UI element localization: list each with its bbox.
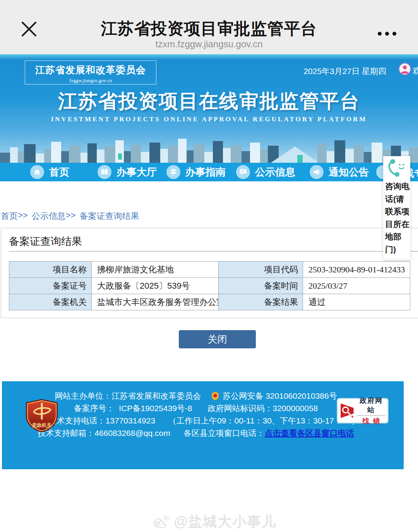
field-label: 备案证号	[9, 278, 92, 294]
nav-item-service-hall[interactable]: 办事大厅	[98, 163, 157, 181]
result-table: 项目名称 拂柳岸旅游文化基地 项目代码 2503-320904-89-01-41…	[9, 261, 410, 310]
home-icon	[30, 165, 44, 179]
field-label: 备案机关	[9, 294, 92, 310]
field-label: 备案结果	[219, 294, 303, 310]
nav-label: 办事指南	[185, 165, 226, 179]
breadcrumb-public-info[interactable]: 公示信息	[32, 210, 66, 222]
watermark-text: @盐城大小事儿	[174, 512, 276, 531]
nav-item-announcements[interactable]: 通知公告	[310, 163, 369, 181]
consult-phone-text: 咨询电话(请联系项目所在地部门)	[384, 180, 409, 256]
field-label: 项目名称	[9, 262, 92, 278]
nav-item-public-info[interactable]: 公示信息	[236, 163, 295, 181]
close-button[interactable]: 关闭	[179, 330, 256, 348]
result-panel: 备案证查询结果 项目名称 拂柳岸旅游文化基地 项目代码 2503-320904-…	[1, 228, 418, 318]
field-value: 大政服备〔2025〕539号	[92, 278, 219, 294]
nav-item-guide[interactable]: 办事指南	[166, 163, 226, 181]
error-report-action: 找错	[356, 417, 386, 426]
greeting-text-partial: 欢	[413, 65, 418, 77]
table-row: 项目名称 拂柳岸旅游文化基地 项目代码 2503-320904-89-01-41…	[9, 262, 410, 278]
platform-title: 江苏省投资项目在线审批监管平台	[0, 88, 418, 114]
megaphone-icon	[310, 165, 324, 179]
breadcrumb: 首页>>公示信息>>备案证查询结果	[1, 210, 139, 222]
field-value: 2025/03/27	[303, 278, 410, 294]
signpost-icon	[166, 165, 180, 179]
site-banner: 江苏省发展和改革委员会 fzggw.jiangsu.gov.cn 2025年3月…	[0, 54, 418, 163]
browser-titlebar: 江苏省投资项目审批监管平台 tzxm.fzggw.jiangsu.gov.cn	[0, 0, 418, 54]
nav-label: 公示信息	[255, 165, 295, 179]
breadcrumb-current: 备案证查询结果	[79, 210, 139, 222]
org-name: 江苏省发展和改革委员会	[25, 64, 156, 76]
watermark: @盐城大小事儿	[5, 512, 418, 531]
emblem-label: 党政机关	[32, 422, 52, 428]
panel-title: 备案证查询结果	[9, 234, 82, 248]
breadcrumb-separator: >>	[66, 210, 76, 222]
footer-host: 网站主办单位：江苏省发展和改革委员会	[55, 391, 201, 401]
nav-label: 首页	[49, 165, 69, 179]
party-gov-emblem-icon: 党政机关	[22, 398, 62, 433]
platform-subtitle-en: INVESTMENT PROJECTS ONLINE APPROVAL REGU…	[0, 115, 418, 123]
nav-label: 通知公告	[329, 165, 369, 179]
book-icon	[98, 165, 111, 179]
footer-window-phone-link[interactable]: 点击查看各区县窗口电话	[265, 428, 354, 439]
weibo-icon	[152, 514, 170, 530]
breadcrumb-separator: >>	[18, 210, 28, 222]
table-row: 备案证号 大政服备〔2025〕539号 备案时间 2025/03/27	[9, 278, 410, 294]
footer-site-code: 政府网站标识码：3200000058	[208, 403, 318, 414]
field-label: 项目代码	[219, 262, 303, 278]
user-avatar-icon[interactable]	[399, 63, 411, 75]
page-url: tzxm.fzggw.jiangsu.gov.cn	[0, 39, 418, 50]
breadcrumb-home[interactable]: 首页	[1, 210, 18, 222]
footer-icp: 备案序号： ICP备19025439号-8	[74, 403, 192, 414]
consult-phone-box[interactable]: 咨询电话(请联系项目所在地部门)	[383, 156, 410, 260]
nav-item-home[interactable]: 首页	[30, 163, 69, 181]
more-menu-icon[interactable]	[378, 32, 396, 36]
error-report-divider	[357, 415, 385, 416]
title-divider	[9, 251, 418, 251]
field-label: 备案时间	[219, 278, 303, 294]
phone-smile-icon	[386, 158, 407, 179]
field-value: 2503-320904-89-01-412433	[303, 262, 410, 278]
city-skyline-image	[0, 135, 418, 163]
field-value: 通过	[303, 294, 410, 310]
nav-label: 办事大厅	[116, 165, 157, 179]
main-navigation: 首页 办事大厅 办事指南 公示信息 通知公告 在线专题	[0, 163, 418, 181]
error-report-title: 政府网站	[356, 396, 386, 415]
footer-work-hours: （工作日上午09：00-11：30、下午13：30-17：30）	[168, 415, 359, 426]
chat-bubble-icon	[236, 165, 250, 179]
footer-security-badge[interactable]: 苏公网安备 32010602010386号	[223, 391, 337, 401]
page-title: 江苏省投资项目审批监管平台	[0, 18, 418, 40]
field-value: 拂柳岸旅游文化基地	[92, 262, 219, 278]
police-badge-icon	[211, 391, 219, 401]
site-footer: 网站主办单位：江苏省发展和改革委员会 苏公网安备 32010602010386号…	[2, 381, 404, 469]
error-report-box[interactable]: 政府网站 找错	[337, 398, 388, 423]
table-row: 备案机关 盐城市大丰区政务服务管理办公室 备案结果 通过	[9, 294, 410, 310]
magnifier-flag-icon	[339, 402, 356, 420]
org-logo-box[interactable]: 江苏省发展和改革委员会 fzggw.jiangsu.gov.cn	[25, 60, 156, 84]
footer-window-phone-label: 各区县立项窗口电话：	[183, 428, 265, 439]
banner-date: 2025年3月27日 星期四	[303, 66, 386, 77]
field-value: 盐城市大丰区政务服务管理办公室	[92, 294, 219, 310]
org-url: fzggw.jiangsu.gov.cn	[25, 77, 156, 84]
